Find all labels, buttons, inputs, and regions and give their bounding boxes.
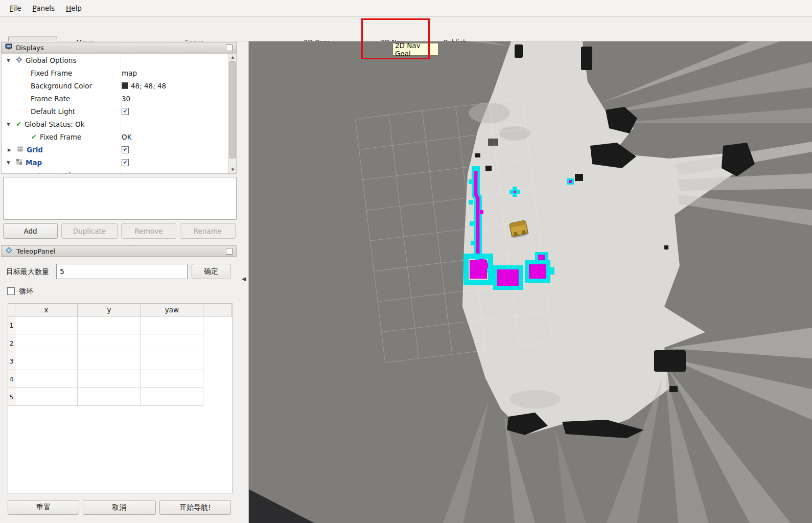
tree-row-value: OK: [122, 130, 131, 143]
checkbox-checked[interactable]: ✔: [122, 159, 129, 166]
menu-panels[interactable]: Panels: [27, 2, 60, 15]
expander-down-icon[interactable]: ▼: [7, 122, 12, 127]
table-gutter: [203, 388, 232, 406]
button-label: 确定: [204, 267, 218, 276]
table-cell[interactable]: [78, 388, 141, 406]
remove-display-button[interactable]: Remove: [121, 223, 176, 239]
displays-tree: ▼ Global Options Fixed Frame map Backgro…: [1, 53, 237, 174]
tree-row-default-light[interactable]: Default Light ✔: [2, 105, 236, 118]
displays-panel-header[interactable]: Displays: [1, 42, 237, 53]
column-header-yaw[interactable]: yaw: [141, 304, 203, 316]
menu-help[interactable]: Help: [60, 2, 87, 15]
table-cell[interactable]: [141, 334, 203, 352]
goal-table: x y yaw 1 2 3 4 5: [8, 303, 233, 493]
tree-row-value[interactable]: 30: [122, 92, 130, 105]
map-icon: [16, 158, 22, 167]
add-display-button[interactable]: Add: [3, 223, 58, 239]
table-cell[interactable]: [15, 334, 78, 352]
panel-title: TeleopPanel: [16, 247, 56, 255]
tree-row-label: Frame Rate: [31, 95, 70, 103]
button-label: Rename: [194, 227, 222, 235]
map-3d-view[interactable]: [249, 41, 812, 523]
menu-file[interactable]: File: [4, 2, 27, 15]
column-header-y[interactable]: y: [78, 304, 141, 316]
confirm-button[interactable]: 确定: [192, 264, 230, 279]
teleop-panel-header[interactable]: TeleopPanel: [1, 245, 237, 257]
duplicate-display-button[interactable]: Duplicate: [61, 223, 118, 239]
scrollbar-thumb[interactable]: [229, 61, 236, 158]
table-cell[interactable]: [141, 370, 203, 388]
tree-row-value: ✔: [122, 143, 129, 156]
tree-row-fixed-frame-status[interactable]: ✔ Fixed Frame OK: [2, 130, 236, 143]
tree-row-label: Status: Ok: [37, 171, 73, 174]
tree-row-label: Default Light: [31, 107, 75, 116]
button-label: 重置: [36, 503, 51, 512]
reset-button[interactable]: 重置: [8, 500, 79, 515]
loop-checkbox[interactable]: ✔: [7, 287, 15, 295]
tree-row-value: ✔: [122, 105, 129, 118]
checkbox-checked[interactable]: ✔: [122, 108, 129, 115]
button-label: Add: [24, 227, 37, 235]
table-cell[interactable]: [78, 334, 141, 352]
tree-row-value[interactable]: 48; 48; 48: [122, 79, 166, 92]
status-ok-check-icon: ✔: [28, 171, 34, 174]
scroll-down-icon[interactable]: ▼: [229, 166, 237, 173]
table-cell[interactable]: [141, 316, 203, 334]
scroll-up-icon[interactable]: ▲: [229, 54, 237, 61]
tree-row-label: Global Options: [26, 56, 76, 64]
rviz-window: File Panels Help Interact Move Camera Se…: [0, 0, 812, 523]
panel-dock-button[interactable]: [226, 248, 233, 255]
expander-right-icon[interactable]: ▶: [8, 147, 13, 152]
table-cell[interactable]: [78, 352, 141, 370]
row-header[interactable]: 3: [8, 352, 15, 370]
expander-down-icon[interactable]: ▼: [19, 173, 24, 174]
tree-row-frame-rate[interactable]: Frame Rate 30: [2, 92, 236, 105]
column-header-x[interactable]: x: [15, 304, 78, 316]
tree-row-fixed-frame[interactable]: Fixed Frame map: [2, 66, 236, 79]
table-gutter: [203, 352, 232, 370]
table-cell[interactable]: [141, 352, 203, 370]
panel-title: Displays: [16, 44, 44, 52]
row-header[interactable]: 1: [8, 316, 15, 334]
max-goal-input[interactable]: [56, 264, 188, 279]
tree-row-label: Fixed Frame: [31, 69, 72, 77]
tree-row-map-status[interactable]: ▼ ✔ Status: Ok: [2, 169, 236, 174]
tree-row-label: Fixed Frame: [40, 133, 81, 141]
start-navigation-button[interactable]: 开始导航!: [159, 500, 231, 515]
checkbox-checked[interactable]: ✔: [122, 146, 129, 153]
goal-table-grid: x y yaw 1 2 3 4 5: [8, 304, 232, 406]
color-swatch[interactable]: [122, 82, 128, 89]
table-cell[interactable]: [78, 370, 141, 388]
table-cell[interactable]: [15, 352, 78, 370]
rename-display-button[interactable]: Rename: [180, 223, 236, 239]
tree-row-value: ✔: [122, 156, 129, 169]
expander-down-icon[interactable]: ▼: [7, 58, 12, 63]
row-header[interactable]: 5: [8, 388, 15, 406]
corner-header-cell: [8, 304, 15, 316]
tree-row-map[interactable]: ▼ Map ✔: [2, 156, 236, 169]
table-gutter: [203, 316, 232, 334]
row-header[interactable]: 4: [8, 370, 15, 388]
table-cell[interactable]: [78, 316, 141, 334]
display-description-box: [3, 177, 237, 220]
button-label: 开始导航!: [179, 503, 211, 512]
tree-row-global-status[interactable]: ▼ ✔ Global Status: Ok: [2, 118, 236, 130]
tree-row-grid[interactable]: ▶ Grid ✔: [2, 143, 236, 156]
tree-row-background-color[interactable]: Background Color 48; 48; 48: [2, 79, 236, 92]
button-label: Remove: [135, 227, 163, 235]
expander-down-icon[interactable]: ▼: [7, 160, 12, 165]
cancel-button[interactable]: 取消: [83, 500, 156, 515]
tree-row-value[interactable]: map: [122, 66, 137, 79]
tree-row-label: Global Status: Ok: [25, 120, 85, 128]
tree-scrollbar[interactable]: ▲ ▼: [228, 54, 236, 173]
tree-row-global-options[interactable]: ▼ Global Options: [2, 54, 236, 66]
row-header[interactable]: 2: [8, 334, 15, 352]
panel-collapse-handle[interactable]: ◀: [242, 276, 246, 282]
tree-row-label: Grid: [27, 146, 43, 154]
table-cell[interactable]: [141, 388, 203, 406]
table-cell[interactable]: [15, 388, 78, 406]
panel-dock-button[interactable]: [226, 44, 233, 51]
table-cell[interactable]: [15, 370, 78, 388]
tree-row-label: Map: [26, 158, 42, 167]
table-cell[interactable]: [15, 316, 78, 334]
